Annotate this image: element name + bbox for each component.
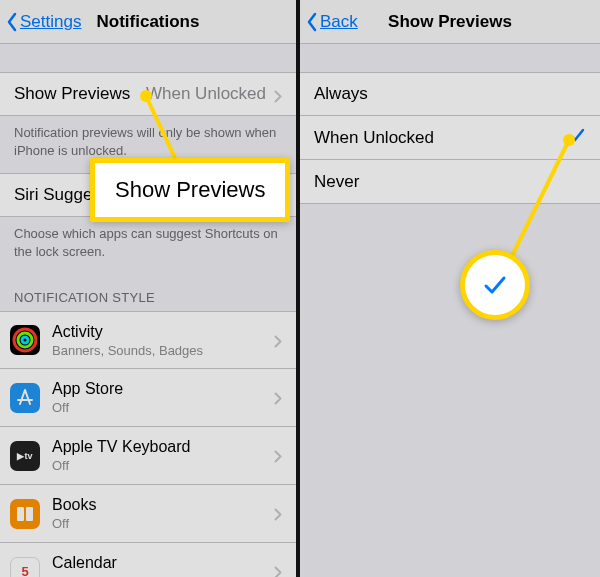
app-subtitle: Off [52, 400, 266, 415]
app-text: App StoreOff [52, 380, 266, 415]
siri-footer: Choose which apps can suggest Shortcuts … [0, 217, 296, 274]
app-name: Books [52, 496, 266, 514]
app-name: Activity [52, 323, 266, 341]
app-text: Apple TV KeyboardOff [52, 438, 266, 473]
annotation-circle [460, 250, 530, 320]
show-previews-footer: Notification previews will only be shown… [0, 116, 296, 173]
app-name: Calendar [52, 554, 266, 572]
svg-point-2 [22, 337, 28, 343]
app-row[interactable]: ▶tvApple TV KeyboardOff [0, 427, 296, 485]
chevron-right-icon [274, 449, 282, 462]
books-icon [10, 499, 40, 529]
siri-suggestions-row[interactable]: Siri Suggest [0, 173, 296, 217]
app-text: ActivityBanners, Sounds, Badges [52, 323, 266, 358]
app-text: CalendarBanners, Sounds, Badges [52, 554, 266, 577]
back-label: Settings [20, 12, 81, 32]
chevron-right-icon [274, 391, 282, 404]
app-subtitle: Banners, Sounds, Badges [52, 343, 266, 358]
siri-suggestions-label: Siri Suggest [14, 185, 106, 205]
chevron-right-icon [274, 334, 282, 347]
back-label: Back [320, 12, 358, 32]
chevron-left-icon [6, 12, 18, 32]
header: Settings Notifications [0, 0, 296, 44]
app-row[interactable]: App StoreOff [0, 369, 296, 427]
app-row[interactable]: ActivityBanners, Sounds, Badges [0, 311, 296, 369]
appstore-icon [10, 383, 40, 413]
notifications-settings-pane: Settings Notifications Show Previews Whe… [0, 0, 300, 577]
app-subtitle: Off [52, 516, 266, 531]
checkmark-icon [481, 271, 509, 299]
checkmark-icon [568, 126, 586, 149]
svg-rect-4 [26, 507, 33, 521]
back-button[interactable]: Back [300, 12, 358, 32]
option-row[interactable]: Always [300, 72, 600, 116]
appletv-icon: ▶tv [10, 441, 40, 471]
back-button[interactable]: Settings [0, 12, 81, 32]
option-row[interactable]: Never [300, 160, 600, 204]
options-list: AlwaysWhen UnlockedNever [300, 72, 600, 204]
header: Back Show Previews [300, 0, 600, 44]
option-row[interactable]: When Unlocked [300, 116, 600, 160]
show-previews-row[interactable]: Show Previews When Unlocked [0, 72, 296, 116]
show-previews-pane: Back Show Previews AlwaysWhen UnlockedNe… [300, 0, 600, 577]
annotation-callout [460, 250, 530, 320]
show-previews-value: When Unlocked [146, 84, 282, 104]
calendar-icon: 5 [10, 557, 40, 577]
chevron-right-icon [274, 189, 282, 202]
chevron-right-icon [274, 507, 282, 520]
option-label: Always [314, 84, 368, 104]
option-label: When Unlocked [314, 128, 434, 148]
app-text: BooksOff [52, 496, 266, 531]
show-previews-label: Show Previews [14, 84, 130, 104]
app-row[interactable]: BooksOff [0, 485, 296, 543]
chevron-right-icon [274, 565, 282, 577]
siri-suggestions-chevron [266, 189, 282, 202]
app-name: App Store [52, 380, 266, 398]
apps-list: ActivityBanners, Sounds, BadgesApp Store… [0, 311, 296, 577]
app-subtitle: Off [52, 458, 266, 473]
chevron-left-icon [306, 12, 318, 32]
app-row[interactable]: 5CalendarBanners, Sounds, Badges [0, 543, 296, 577]
option-label: Never [314, 172, 359, 192]
activity-icon [10, 325, 40, 355]
svg-point-1 [18, 333, 32, 347]
notification-style-header: NOTIFICATION STYLE [0, 274, 296, 311]
chevron-right-icon [274, 88, 282, 101]
svg-rect-3 [17, 507, 24, 521]
app-name: Apple TV Keyboard [52, 438, 266, 456]
